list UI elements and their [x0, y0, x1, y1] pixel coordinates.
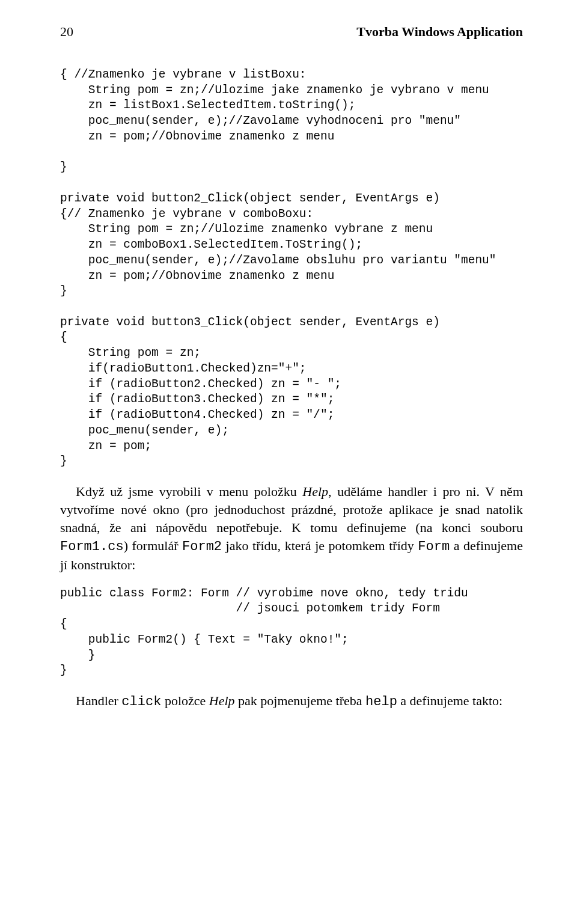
text: pak pojmenujeme třeba — [235, 693, 365, 708]
inline-code: help — [365, 694, 397, 709]
paragraph-1: Když už jsme vyrobili v menu položku Hel… — [60, 483, 523, 574]
inline-code: Form1.cs — [60, 539, 124, 554]
text: položce — [161, 693, 209, 708]
paragraph-2: Handler click položce Help pak pojmenuje… — [60, 692, 523, 711]
text: Když už jsme vyrobili v menu položku — [76, 484, 302, 499]
inline-code: Form — [418, 539, 450, 554]
code-block-1: { //Znamenko je vybrane v listBoxu: Stri… — [60, 67, 523, 470]
text: ) formulář — [124, 538, 182, 553]
text-italic: Help — [209, 693, 235, 708]
inline-code: click — [121, 694, 161, 709]
page-header: 20 Tvorba Windows Application — [60, 24, 523, 40]
text-italic: Help — [302, 484, 328, 499]
chapter-title: Tvorba Windows Application — [356, 24, 523, 40]
inline-code: Form2 — [182, 539, 222, 554]
page: 20 Tvorba Windows Application { //Znamen… — [0, 0, 577, 924]
text: a definujeme takto: — [397, 693, 502, 708]
page-number: 20 — [60, 24, 73, 40]
text: Handler — [76, 693, 121, 708]
text: jako třídu, která je potomkem třídy — [222, 538, 418, 553]
code-block-2: public class Form2: Form // vyrobime nov… — [60, 586, 523, 679]
